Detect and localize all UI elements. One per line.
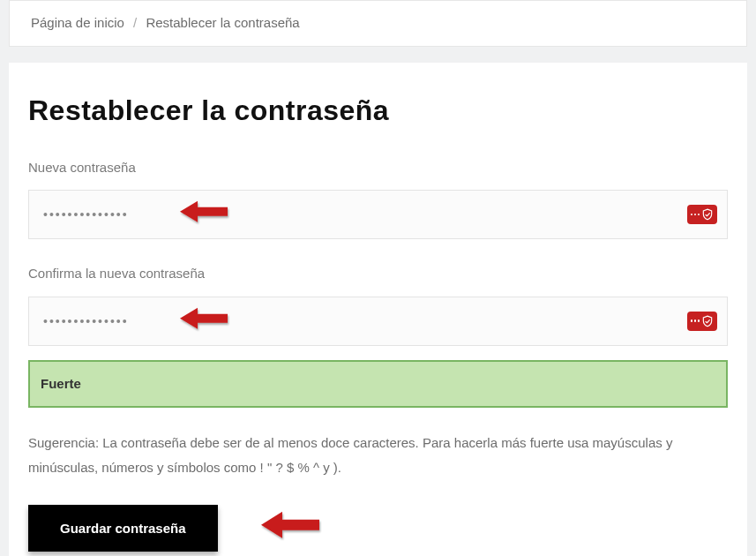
confirm-password-input-wrap (28, 297, 728, 346)
save-password-button[interactable]: Guardar contraseña (28, 505, 218, 552)
password-manager-icon[interactable] (687, 312, 717, 331)
breadcrumb-current: Restablecer la contraseña (146, 15, 299, 30)
breadcrumb-home-link[interactable]: Página de inicio (31, 15, 124, 30)
password-manager-icon[interactable] (687, 205, 717, 224)
annotation-arrow-icon (259, 509, 323, 547)
new-password-field[interactable] (28, 190, 728, 239)
confirm-password-field[interactable] (28, 297, 728, 346)
password-strength-label: Fuerte (41, 376, 81, 391)
breadcrumb: Página de inicio / Restablecer la contra… (9, 0, 747, 47)
new-password-label: Nueva contraseña (28, 158, 728, 178)
submit-button-wrap: Guardar contraseña (28, 505, 218, 552)
password-strength-meter: Fuerte (28, 360, 728, 409)
confirm-password-label: Confirma la nueva contraseña (28, 264, 728, 284)
reset-password-card: Restablecer la contraseña Nueva contrase… (9, 63, 747, 557)
new-password-input-wrap (28, 190, 728, 239)
page-title: Restablecer la contraseña (28, 89, 728, 131)
breadcrumb-separator: / (133, 15, 137, 30)
password-hint: Sugerencia: La contraseña debe ser de al… (28, 431, 681, 480)
svg-marker-2 (261, 512, 319, 538)
